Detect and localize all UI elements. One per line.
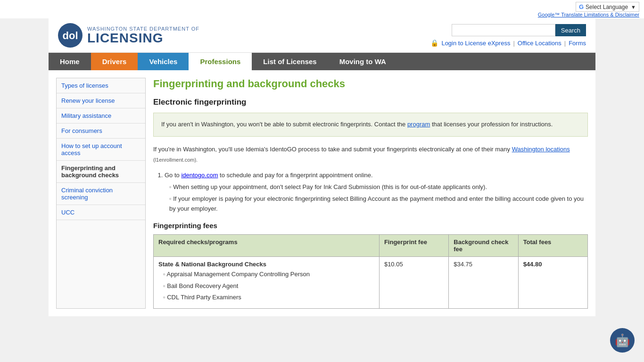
sidebar-item-military[interactable]: Military assistance [57,108,145,123]
svg-text:dol: dol [63,30,78,41]
list-item1-text: to schedule and pay for a fingerprint ap… [220,172,373,179]
sidebar-item-account[interactable]: How to set up account access [57,139,145,161]
header-links: 🔒 Login to License eXpress | Office Loca… [430,39,586,47]
info-box: If you aren't in Washington, you won't b… [153,113,588,137]
table-header-bg: Background check fee [449,234,518,256]
main-nav: Home Drivers Vehicles Professions List o… [49,53,595,70]
body-text: If you're in Washington, you'll use Idem… [153,144,588,165]
subitem-3: CDL Third Party Examiners [163,293,374,303]
table-header-total: Total fees [518,234,587,256]
sidebar-link-consumers[interactable]: For consumers [61,127,102,134]
pipe-divider2: | [564,40,566,47]
pipe-divider: | [513,40,514,47]
translate-disclaimer-link[interactable]: Google™ Translate Limitations & Disclaim… [538,12,639,17]
sidebar-link-account[interactable]: How to set up account access [61,142,122,156]
table-header-req: Required checks/programs [154,234,380,256]
forms-link[interactable]: Forms [569,40,586,47]
nav-drivers[interactable]: Drivers [91,53,138,70]
content-area: Types of licenses Renew your license Mil… [49,70,595,316]
total-fee-value: $44.80 [523,261,542,268]
wa-locations-link[interactable]: Washington locations [512,146,570,153]
header-right: Search 🔒 Login to License eXpress | Offi… [430,24,586,47]
page-title: Fingerprinting and background checks [153,78,588,90]
logo-text: WASHINGTON STATE DEPARTMENT OF LICENSING [87,26,199,45]
translate-area: G Select Language ▼ Google™ Translate Li… [538,2,639,17]
fees-table: Required checks/programs Fingerprint fee… [153,234,588,309]
sidebar-item-consumers[interactable]: For consumers [57,123,145,139]
select-language-label: Select Language [586,4,628,10]
main-content: Fingerprinting and background checks Ele… [153,78,588,309]
sub-list: When setting up your appointment, don't … [169,182,588,214]
subitem-2: Bail Bond Recovery Agent [163,281,374,291]
nav-vehicles[interactable]: Vehicles [138,53,189,70]
subitem-1: Appraisal Management Company Controlling… [163,270,374,280]
list-item-1: Go to identogo.com to schedule and pay f… [165,170,588,214]
body-text1: If you're in Washington, you'll use Idem… [153,146,510,153]
identogo-link[interactable]: identogo.com [181,172,218,179]
sidebar-item-renew[interactable]: Renew your license [57,93,145,108]
wa-locations-note: (l1enrollment.com). [153,157,198,163]
sidebar-link-criminal[interactable]: Criminal conviction screening [61,187,113,201]
logo-icon: dol [58,23,83,48]
table-cell-fp-fee: $10.05 [379,256,448,308]
table-cell-total-fee: $44.80 [518,256,587,308]
search-input[interactable] [452,24,555,36]
nav-list-of-licenses[interactable]: List of Licenses [252,53,328,70]
top-bar: G Select Language ▼ Google™ Translate Li… [0,0,644,18]
sidebar-item-ucc[interactable]: UCC [57,205,145,220]
search-bar: Search [452,24,586,36]
fees-heading: Fingerprinting fees [153,222,588,230]
sidebar-item-criminal[interactable]: Criminal conviction screening [57,183,145,205]
info-box-text2: that licenses your profession for instru… [432,121,553,128]
sublist-item-2: If your employer is paying for your elec… [169,194,588,214]
login-link[interactable]: Login to License eXpress [441,40,510,47]
nav-professions[interactable]: Professions [189,53,252,70]
nav-home[interactable]: Home [49,53,91,70]
table-cell-bg-fee: $34.75 [449,256,518,308]
sidebar-link-military[interactable]: Military assistance [61,112,111,119]
sidebar-link-renew[interactable]: Renew your license [61,97,115,104]
header: dol WASHINGTON STATE DEPARTMENT OF LICEN… [49,18,595,53]
section1-heading: Electronic fingerprinting [153,98,588,107]
lock-icon: 🔒 [430,39,438,47]
info-box-text1: If you aren't in Washington, you won't b… [161,121,405,128]
table-header-fp: Fingerprint fee [379,234,448,256]
google-g-icon: G [579,3,584,10]
sidebar-label-fingerprinting: Fingerprinting and background checks [61,165,119,179]
select-language-widget[interactable]: G Select Language ▼ [576,2,639,12]
instructions-list: Go to identogo.com to schedule and pay f… [165,170,588,214]
sidebar-item-fingerprinting[interactable]: Fingerprinting and background checks [57,161,145,183]
table-cell-program: State & National Background Checks Appra… [154,256,380,308]
nav-moving-to-wa[interactable]: Moving to WA [328,53,397,70]
sidebar: Types of licenses Renew your license Mil… [56,78,146,309]
office-locations-link[interactable]: Office Locations [518,40,561,47]
program-link[interactable]: program [407,121,430,128]
search-button[interactable]: Search [555,24,586,36]
program-name: State & National Background Checks [158,261,266,268]
sidebar-link-ucc[interactable]: UCC [61,209,74,216]
licensing-label: LICENSING [87,32,199,45]
list-intro: Go to [165,172,180,179]
dropdown-arrow-icon: ▼ [631,4,636,10]
program-subitems: Appraisal Management Company Controlling… [163,270,374,303]
table-row: State & National Background Checks Appra… [154,256,588,308]
sidebar-item-types[interactable]: Types of licenses [57,78,145,93]
logo-area: dol WASHINGTON STATE DEPARTMENT OF LICEN… [58,23,199,48]
sidebar-link-types[interactable]: Types of licenses [61,82,108,89]
sublist-item-1: When setting up your appointment, don't … [169,182,588,192]
